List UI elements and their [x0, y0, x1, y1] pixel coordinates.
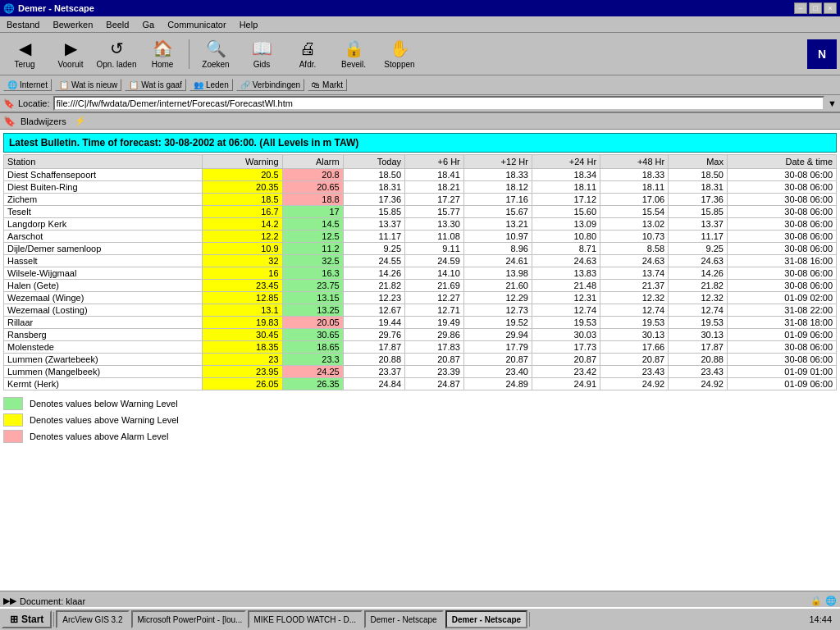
status-icon-1: 🔒 — [810, 596, 822, 606]
toolbar-home-button[interactable]: 🏠 Home — [141, 35, 184, 73]
table-cell: 20.35 — [203, 181, 282, 194]
table-cell: Molenstede — [4, 341, 203, 354]
address-bar: 🔖 Locatie: ▼ — [0, 95, 840, 113]
table-cell: 13.25 — [282, 304, 343, 317]
table-cell: 24.92 — [600, 378, 669, 390]
table-cell: 23.39 — [405, 366, 464, 378]
table-cell: 19.49 — [405, 317, 464, 329]
menu-help[interactable]: Help — [236, 19, 262, 30]
bookmarks-label[interactable]: Bladwijzers — [21, 116, 66, 126]
table-cell: 15.54 — [600, 206, 669, 218]
table-cell: 18.41 — [405, 169, 464, 181]
col-h24: +24 Hr — [532, 155, 600, 169]
table-cell: 9.11 — [405, 243, 464, 255]
table-cell: 9.25 — [343, 243, 404, 255]
menu-communicator[interactable]: Communicator — [164, 19, 230, 30]
table-cell: 23.43 — [600, 366, 669, 378]
table-cell: 18.50 — [343, 169, 404, 181]
table-cell: 24.84 — [343, 378, 404, 390]
col-h6: +6 Hr — [405, 155, 464, 169]
table-row: Teselt16.71715.8515.7715.6715.6015.5415.… — [4, 206, 837, 218]
menu-bewerken[interactable]: Bewerken — [49, 19, 96, 30]
toolbar-print-button[interactable]: 🖨 Afdr. — [286, 35, 329, 73]
legend-yellow-box — [3, 413, 23, 427]
nav-connections[interactable]: 🔗 Verbindingen — [236, 79, 304, 91]
nav-what-is-cool[interactable]: 📋 Wat is gaaf — [125, 79, 186, 91]
table-row: Molenstede18.3518.6517.8717.8317.7917.73… — [4, 341, 837, 354]
table-cell: 16 — [203, 267, 282, 280]
table-cell: 01-09 01:00 — [727, 366, 836, 378]
table-cell: 21.69 — [405, 280, 464, 292]
table-cell: 31-08 18:00 — [727, 317, 836, 329]
table-cell: 30-08 06:00 — [727, 218, 836, 231]
table-cell: 19.52 — [463, 317, 532, 329]
table-cell: 30-08 06:00 — [727, 267, 836, 280]
table-cell: 10.9 — [203, 243, 282, 255]
toolbar-security-button[interactable]: 🔒 Beveil. — [332, 35, 375, 73]
minimize-button[interactable]: − — [794, 2, 807, 14]
menu-beeld[interactable]: Beeld — [103, 19, 132, 30]
table-cell: 18.5 — [203, 194, 282, 206]
members-icon: 👥 — [194, 80, 203, 89]
nav-what-is-new[interactable]: 📋 Wat is nieuw — [55, 79, 121, 91]
table-cell: Teselt — [4, 206, 203, 218]
table-cell: 8.71 — [532, 243, 600, 255]
table-cell: Ransberg — [4, 329, 203, 341]
table-cell: 13.98 — [463, 267, 532, 280]
table-cell: 30-08 06:00 — [727, 280, 836, 292]
table-row: Kermt (Herk)26.0526.3524.8424.8724.8924.… — [4, 378, 837, 390]
table-cell: 12.85 — [203, 292, 282, 304]
table-cell: 18.50 — [669, 169, 728, 181]
table-cell: Wilsele-Wijgmaal — [4, 267, 203, 280]
table-cell: 20.87 — [532, 354, 600, 366]
table-cell: 18.11 — [600, 181, 669, 194]
table-cell: 21.37 — [600, 280, 669, 292]
table-cell: Kermt (Herk) — [4, 378, 203, 390]
table-row: Wezemaal (Losting)13.113.2512.6712.7112.… — [4, 304, 837, 317]
table-cell: 20.8 — [282, 169, 343, 181]
address-input[interactable] — [53, 96, 825, 111]
nav-members[interactable]: 👥 Leden — [189, 79, 233, 91]
main-content: Latest Bulletin. Time of forecast: 30-08… — [0, 130, 840, 591]
earth-icon: 🌐 — [7, 80, 17, 89]
table-cell: 8.96 — [463, 243, 532, 255]
table-cell: 15.67 — [463, 206, 532, 218]
table-cell: 30-08 06:00 — [727, 243, 836, 255]
col-max: Max — [669, 155, 728, 169]
toolbar-stop-button[interactable]: ✋ Stoppen — [378, 35, 421, 73]
maximize-button[interactable]: □ — [809, 2, 822, 14]
new-icon: 📋 — [59, 80, 69, 89]
table-cell: 18.31 — [343, 181, 404, 194]
table-cell: Hasselt — [4, 255, 203, 267]
table-cell: 13.30 — [405, 218, 464, 231]
table-cell: 11.17 — [669, 231, 728, 243]
nav-internet[interactable]: 🌐 Internet — [3, 79, 52, 91]
legend-item-yellow: Denotes values above Warning Level — [3, 413, 837, 427]
close-button[interactable]: × — [824, 2, 837, 14]
table-cell: 32.5 — [282, 255, 343, 267]
title-bar-title: 🌐 Demer - Netscape — [3, 3, 94, 14]
menu-ga[interactable]: Ga — [139, 19, 158, 30]
toolbar-guide-button[interactable]: 📖 Gids — [240, 35, 283, 73]
title-bar-controls: − □ × — [794, 2, 837, 14]
toolbar-back-button[interactable]: ◀ Terug — [3, 35, 46, 73]
connections-icon: 🔗 — [240, 80, 250, 89]
search-icon: 🔍 — [206, 39, 226, 58]
table-cell: 13.74 — [600, 267, 669, 280]
menu-bestand[interactable]: Bestand — [3, 19, 43, 30]
table-cell: 16.7 — [203, 206, 282, 218]
toolbar-forward-button[interactable]: ▶ Vooruit — [49, 35, 92, 73]
toolbar-reload-button[interactable]: ↺ Opn. laden — [95, 35, 138, 73]
table-cell: 21.48 — [532, 280, 600, 292]
guide-icon: 📖 — [252, 39, 272, 58]
toolbar-search-button[interactable]: 🔍 Zoeken — [194, 35, 237, 73]
table-row: Lummen (Mangelbeek)23.9524.2523.3723.392… — [4, 366, 837, 378]
back-icon: ◀ — [19, 39, 31, 58]
table-cell: 30.13 — [600, 329, 669, 341]
table-cell: 20.87 — [600, 354, 669, 366]
table-cell: 19.53 — [532, 317, 600, 329]
table-cell: 23.45 — [203, 280, 282, 292]
table-cell: 8.58 — [600, 243, 669, 255]
address-dropdown-icon[interactable]: ▼ — [828, 98, 837, 108]
nav-market[interactable]: 🛍 Markt — [308, 79, 347, 91]
